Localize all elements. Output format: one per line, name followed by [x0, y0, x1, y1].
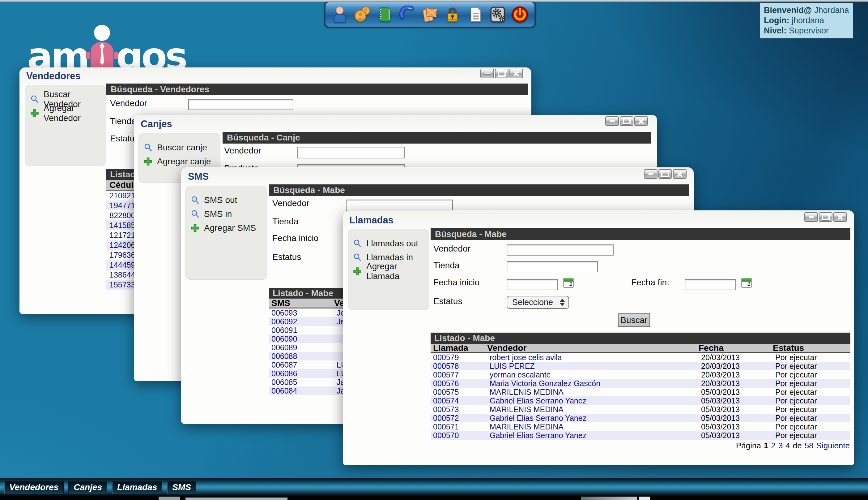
- sms-link[interactable]: 006085: [271, 378, 337, 387]
- window-title: SMS: [188, 171, 209, 182]
- close-button[interactable]: [833, 212, 847, 222]
- llamada-link[interactable]: 000570: [433, 431, 490, 440]
- maximize-button[interactable]: [620, 116, 633, 126]
- vendedor-link[interactable]: Maria Victoria Gonzalez Gascón: [490, 379, 701, 388]
- fecha-inicio-input[interactable]: [507, 279, 558, 290]
- mail-icon[interactable]: [420, 5, 439, 24]
- vendedor-link[interactable]: MARILENIS MEDINA: [490, 405, 701, 414]
- col-estatus: Estatus: [773, 343, 804, 353]
- estatus-select[interactable]: Seleccione: [507, 296, 569, 309]
- fecha-cell: 05/03/2013: [701, 422, 775, 431]
- clients-icon[interactable]: [353, 5, 372, 24]
- llamada-link[interactable]: 000577: [433, 370, 490, 379]
- phone-icon[interactable]: [398, 5, 417, 24]
- vendedor-link[interactable]: Gabriel Elias Serrano Yanez: [490, 431, 701, 440]
- page-link[interactable]: 3: [778, 441, 783, 451]
- page-link[interactable]: 2: [771, 441, 775, 451]
- sidebar-item-agregar-sms[interactable]: Agregar SMS: [186, 221, 267, 235]
- close-button[interactable]: [634, 116, 648, 126]
- sidebar-item-label: Llamadas out: [366, 239, 418, 248]
- llamadas-sidebar: Llamadas out Llamadas in Agregar Llamada: [348, 229, 429, 310]
- sidebar-item-agregar-vendedor[interactable]: Agregar Vendedor: [25, 106, 106, 120]
- sidebar-item-agregar-llamada[interactable]: Agregar Llamada: [348, 264, 429, 278]
- fecha-cell: 05/03/2013: [701, 414, 775, 423]
- table-row: 000572Gabriel Elias Serrano Yanez05/03/2…: [431, 414, 851, 422]
- maximize-button[interactable]: [819, 212, 832, 222]
- minimize-button[interactable]: [804, 212, 818, 222]
- llamada-link[interactable]: 000578: [433, 362, 490, 371]
- document-icon[interactable]: [466, 5, 485, 24]
- sms-link[interactable]: 006084: [271, 386, 337, 395]
- fecha-cell: 20/03/2013: [701, 362, 775, 371]
- vendedor-link[interactable]: MARILENIS MEDINA: [490, 388, 701, 397]
- lock-icon[interactable]: [443, 5, 462, 24]
- estatus-label: Estatus: [433, 296, 462, 306]
- calendar-icon[interactable]: 1: [563, 278, 574, 288]
- power-icon[interactable]: [511, 5, 529, 24]
- maximize-button[interactable]: [658, 169, 672, 179]
- sms-link[interactable]: 006093: [271, 308, 337, 317]
- sidebar-item-sms-out[interactable]: SMS out: [186, 193, 267, 207]
- minimize-button[interactable]: [480, 69, 494, 78]
- vendedor-input[interactable]: [507, 245, 613, 255]
- vendedor-link[interactable]: Gabriel Elias Serrano Yanez: [490, 396, 701, 405]
- sms-link[interactable]: 006090: [271, 334, 337, 343]
- vendedor-link[interactable]: yorman escalante: [490, 370, 701, 379]
- vendedor-link[interactable]: Gabriel Elias Serrano Yanez: [490, 414, 701, 423]
- user-icon[interactable]: [330, 5, 349, 24]
- minimize-button[interactable]: [644, 169, 657, 179]
- window-title: Llamadas: [349, 215, 394, 226]
- taskbar-item-llamadas[interactable]: Llamadas: [112, 482, 162, 494]
- taskbar-item-vendedores[interactable]: Vendedores: [4, 482, 63, 494]
- sms-link[interactable]: 006086: [271, 369, 337, 378]
- vendedor-input[interactable]: [297, 147, 404, 158]
- llamada-link[interactable]: 000573: [433, 405, 490, 414]
- calendar-icon[interactable]: 1: [741, 278, 752, 288]
- vendedor-link[interactable]: robert jose celis avila: [490, 353, 701, 362]
- close-button[interactable]: [509, 69, 523, 78]
- sidebar-item-llamadas-out[interactable]: Llamadas out: [348, 236, 429, 250]
- vendedor-link[interactable]: MARILENIS MEDINA: [490, 422, 701, 431]
- tienda-input[interactable]: [507, 261, 598, 272]
- taskbar-item-canjes[interactable]: Canjes: [69, 482, 107, 494]
- table-row: 000570Gabriel Elias Serrano Yanez05/03/2…: [431, 431, 851, 440]
- minimize-icon: [485, 73, 490, 74]
- buscar-button[interactable]: Buscar: [618, 314, 650, 327]
- vendedor-link[interactable]: LUIS PEREZ: [490, 362, 701, 371]
- table-row: 000575MARILENIS MEDINA05/03/2013Por ejec…: [431, 388, 851, 396]
- minimize-button[interactable]: [605, 116, 619, 126]
- sms-link[interactable]: 006091: [271, 326, 337, 335]
- sidebar-item-buscar-canje[interactable]: Buscar canje: [139, 140, 220, 155]
- close-button[interactable]: [673, 169, 687, 179]
- window-controls: [480, 69, 523, 78]
- sms-link[interactable]: 006092: [271, 317, 337, 326]
- llamada-link[interactable]: 000576: [433, 379, 490, 388]
- llamada-link[interactable]: 000571: [433, 422, 490, 431]
- vendedor-input[interactable]: [188, 99, 293, 110]
- next-page-link[interactable]: Siguiente: [817, 441, 850, 451]
- page-total-link[interactable]: 58: [805, 441, 813, 451]
- search-icon: [353, 239, 362, 248]
- notebook-icon[interactable]: [375, 5, 395, 24]
- sms-link[interactable]: 006087: [271, 361, 337, 370]
- sms-link[interactable]: 006089: [271, 343, 337, 352]
- tienda-label: Tienda: [272, 217, 298, 227]
- sms-link[interactable]: 006088: [271, 352, 337, 361]
- settings-icon[interactable]: [488, 5, 507, 24]
- sidebar-item-agregar-canje[interactable]: Agregar canje: [139, 155, 220, 168]
- fecha-fin-input[interactable]: [685, 279, 736, 290]
- llamada-link[interactable]: 000572: [433, 414, 490, 423]
- llamada-link[interactable]: 000574: [433, 396, 490, 405]
- list-section-header: Listado - Mabe: [431, 333, 851, 344]
- search-icon: [30, 95, 39, 104]
- maximize-button[interactable]: [495, 69, 508, 78]
- taskbar-item-sms[interactable]: SMS: [167, 482, 196, 494]
- table-row: 000577yorman escalante20/03/2013Por ejec…: [431, 370, 851, 379]
- vendedor-input[interactable]: [346, 200, 453, 211]
- llamada-link[interactable]: 000575: [433, 388, 490, 397]
- llamada-link[interactable]: 000579: [433, 353, 490, 362]
- page-link[interactable]: 4: [785, 441, 790, 451]
- sidebar-item-sms-in[interactable]: SMS in: [186, 207, 267, 221]
- user-welcome-panel: Bienvenid@ Jhordana Login: jhordana Nive…: [760, 3, 853, 38]
- table-row: 000578LUIS PEREZ20/03/2013Por ejecutar: [431, 362, 851, 370]
